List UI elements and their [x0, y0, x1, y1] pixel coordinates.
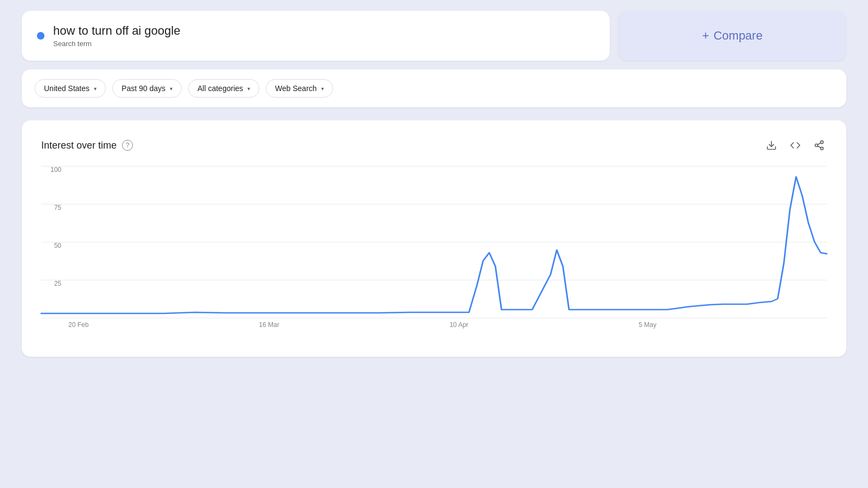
chart-inner: 100 75 50 25 — [41, 166, 827, 318]
embed-button[interactable] — [788, 138, 803, 153]
compare-label: Compare — [713, 29, 762, 43]
svg-line-5 — [818, 143, 821, 144]
search-term-card: how to turn off ai google Search term — [22, 11, 610, 61]
search-term-text-group: how to turn off ai google Search term — [53, 24, 180, 48]
interest-over-time-card: Interest over time ? — [22, 120, 846, 357]
region-dropdown-arrow: ▾ — [94, 86, 97, 92]
chart-title: Interest over time — [41, 140, 117, 151]
chart-title-group: Interest over time ? — [41, 140, 133, 151]
chart-header: Interest over time ? — [41, 138, 827, 153]
filters-bar: United States ▾ Past 90 days ▾ All categ… — [22, 69, 846, 107]
search-type-filter[interactable]: Web Search ▾ — [266, 79, 333, 98]
top-section: how to turn off ai google Search term + … — [22, 11, 846, 61]
region-filter-label: United States — [44, 84, 90, 93]
x-axis-labels: 20 Feb 16 Mar 10 Apr 5 May — [68, 318, 827, 329]
search-type-dropdown-arrow: ▾ — [321, 86, 324, 92]
line-chart-svg — [41, 166, 827, 318]
share-icon — [814, 140, 825, 151]
x-label-apr10: 10 Apr — [450, 321, 469, 329]
svg-line-4 — [818, 146, 821, 147]
time-dropdown-arrow: ▾ — [170, 86, 173, 92]
search-term-title: how to turn off ai google — [53, 24, 180, 38]
compare-card[interactable]: + Compare — [618, 11, 846, 61]
chart-container: 100 75 50 25 — [41, 166, 827, 339]
x-label-feb20: 20 Feb — [68, 321, 88, 329]
embed-icon — [790, 140, 801, 151]
chart-line — [41, 177, 827, 313]
x-label-mar16: 16 Mar — [259, 321, 279, 329]
grid-line-0 — [41, 318, 827, 318]
search-term-subtitle: Search term — [53, 40, 180, 48]
category-filter[interactable]: All categories ▾ — [188, 79, 259, 98]
chart-actions — [764, 138, 827, 153]
compare-plus-icon: + — [702, 29, 709, 43]
share-button[interactable] — [812, 138, 827, 153]
download-icon — [766, 140, 777, 151]
category-dropdown-arrow: ▾ — [247, 86, 250, 92]
chart-plot-area — [41, 166, 827, 318]
region-filter[interactable]: United States ▾ — [35, 79, 106, 98]
time-filter[interactable]: Past 90 days ▾ — [112, 79, 182, 98]
help-icon[interactable]: ? — [122, 140, 133, 151]
download-button[interactable] — [764, 138, 779, 153]
x-label-may5: 5 May — [639, 321, 656, 329]
category-filter-label: All categories — [197, 84, 243, 93]
blue-dot-indicator — [37, 32, 44, 40]
search-type-filter-label: Web Search — [275, 84, 317, 93]
time-filter-label: Past 90 days — [122, 84, 165, 93]
